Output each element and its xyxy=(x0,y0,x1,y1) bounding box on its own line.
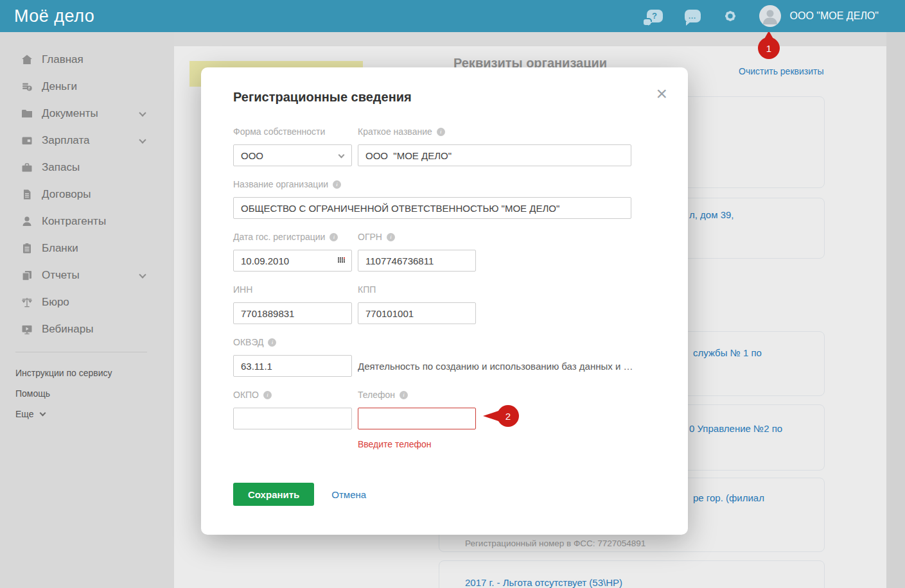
modal-title: Регистрационные сведения xyxy=(233,90,656,105)
chevron-down-icon xyxy=(139,136,146,143)
wallet-icon xyxy=(21,134,33,147)
org-name-label: Название организации xyxy=(233,179,341,189)
info-icon[interactable] xyxy=(333,180,341,189)
clear-requisites-link[interactable]: Очистить реквизиты xyxy=(739,66,824,76)
inn-kpp-row: ИНН КПП xyxy=(233,284,656,324)
ogrn-label: ОГРН xyxy=(358,232,395,242)
marker-tail-up xyxy=(763,31,775,41)
help-chat-icon[interactable]: ? xyxy=(647,10,663,22)
sidebar-item-stock[interactable]: Запасы xyxy=(0,154,174,181)
money-icon xyxy=(21,80,33,93)
avatar[interactable] xyxy=(759,5,781,27)
scrollbar-gutter[interactable] xyxy=(886,32,905,588)
sidebar: Главная Деньги Документы Зарплата xyxy=(0,32,174,588)
messages-icon[interactable]: ... xyxy=(685,10,701,22)
sidebar-link-help[interactable]: Помощь xyxy=(0,383,174,404)
org-name-input[interactable] xyxy=(233,197,631,219)
reports-icon xyxy=(21,269,33,282)
okved-label: ОКВЭД xyxy=(233,337,358,347)
sidebar-link-more[interactable]: Еще xyxy=(0,404,174,424)
sidebar-item-documents[interactable]: Документы xyxy=(0,100,174,127)
step-number-badge: 2 xyxy=(497,405,519,427)
sidebar-link-instructions[interactable]: Инструкции по сервису xyxy=(0,363,174,383)
phone-input[interactable] xyxy=(358,408,476,429)
inn-label: ИНН xyxy=(233,284,358,295)
home-icon xyxy=(21,53,33,66)
app-logo[interactable]: Моё дело xyxy=(14,6,94,26)
org-name-row: Название организации xyxy=(233,179,656,219)
sidebar-item-webinars[interactable]: Вебинары xyxy=(0,316,174,343)
ogrn-input[interactable] xyxy=(358,250,476,272)
benefit-card: 2017 г. - Льгота отсутствует (53\НР) xyxy=(439,560,825,588)
sidebar-item-salary[interactable]: Зарплата xyxy=(0,127,174,154)
close-icon[interactable]: × xyxy=(656,84,667,103)
marker-tail-left xyxy=(483,411,498,421)
current-company-name[interactable]: ООО "МОЕ ДЕЛО" xyxy=(790,10,879,22)
reg-date-input[interactable] xyxy=(233,250,352,272)
webinar-icon xyxy=(21,323,33,336)
reg-date-label: Дата гос. регистрации xyxy=(233,232,358,242)
kpp-input[interactable] xyxy=(358,302,476,324)
scales-icon xyxy=(21,296,33,309)
calendar-icon[interactable] xyxy=(338,257,346,268)
phone-error-message: Введите телефон xyxy=(358,439,656,449)
contract-icon xyxy=(21,188,33,201)
okpo-label: ОКПО xyxy=(233,390,358,400)
person-icon xyxy=(21,215,33,228)
sidebar-item-reports[interactable]: Отчеты xyxy=(0,262,174,289)
inn-input[interactable] xyxy=(233,302,352,324)
sidebar-item-forms[interactable]: Бланки xyxy=(0,235,174,262)
okved-input[interactable] xyxy=(233,355,352,377)
sidebar-item-home[interactable]: Главная xyxy=(0,46,174,73)
chevron-down-icon xyxy=(39,410,46,416)
top-bar: Моё дело ? ... xyxy=(0,0,905,32)
info-icon[interactable] xyxy=(268,338,276,347)
clipboard-icon xyxy=(21,242,33,255)
sidebar-divider xyxy=(15,352,147,352)
cancel-link[interactable]: Отмена xyxy=(331,489,366,500)
ownership-select[interactable]: ООО xyxy=(233,144,352,166)
question-bubble-icon: ? xyxy=(647,10,663,22)
chevron-down-icon xyxy=(139,109,146,116)
fss-link[interactable]: ре гор. (филиал xyxy=(693,492,764,503)
benefit-link[interactable]: 2017 г. - Льгота отсутствует (53\НР) xyxy=(465,577,622,588)
short-name-label: Краткое название xyxy=(358,126,445,137)
address-link[interactable]: л, дом 39, xyxy=(689,209,734,220)
sidebar-item-bureau[interactable]: Бюро xyxy=(0,289,174,316)
okpo-input[interactable] xyxy=(233,408,352,429)
info-icon[interactable] xyxy=(263,391,272,399)
sidebar-item-contracts[interactable]: Договоры xyxy=(0,181,174,208)
sidebar-item-counterparties[interactable]: Контрагенты xyxy=(0,208,174,235)
okved-row: ОКВЭД Деятельность по созданию и использ… xyxy=(233,337,656,377)
info-icon[interactable] xyxy=(329,233,338,241)
dots-bubble-icon: ... xyxy=(685,10,701,22)
step-marker-1: 1 xyxy=(758,32,780,59)
tax-office-link[interactable]: службы № 1 по xyxy=(693,347,762,358)
phone-label: Телефон xyxy=(358,390,408,400)
okpo-phone-row: ОКПО Телефон Введите телефон xyxy=(233,390,656,449)
short-name-input[interactable] xyxy=(358,144,631,166)
person-silhouette-icon xyxy=(759,5,781,27)
okved-description: Деятельность по созданию и использованию… xyxy=(358,361,634,372)
step-marker-2: 2 xyxy=(483,405,519,427)
chevron-down-icon xyxy=(338,152,345,159)
pfr-link[interactable]: 0 Управление №2 по xyxy=(689,423,782,434)
gear-icon xyxy=(723,8,738,24)
briefcase-icon xyxy=(21,161,33,174)
regdate-ogrn-row: Дата гос. регистрации ОГРН xyxy=(233,232,656,272)
sidebar-item-money[interactable]: Деньги xyxy=(0,73,174,100)
registration-info-modal: × Регистрационные сведения Форма собстве… xyxy=(201,67,688,535)
save-button[interactable]: Сохранить xyxy=(233,483,314,506)
info-icon[interactable] xyxy=(387,233,395,241)
info-icon[interactable] xyxy=(400,391,408,399)
app-root: Моё дело ? ... xyxy=(0,0,905,588)
kpp-label: КПП xyxy=(358,284,376,295)
folder-icon xyxy=(21,107,33,120)
ownership-label: Форма собственности xyxy=(233,126,358,137)
ownership-shortname-row: Форма собственности Краткое название ООО xyxy=(233,126,656,166)
modal-buttons-row: Сохранить Отмена xyxy=(233,483,656,506)
fss-reg-number: Регистрационный номер в ФСС: 7727054891 xyxy=(465,539,646,548)
info-icon[interactable] xyxy=(437,128,445,136)
settings-gear-icon[interactable] xyxy=(723,8,738,24)
chevron-down-icon xyxy=(139,271,146,278)
